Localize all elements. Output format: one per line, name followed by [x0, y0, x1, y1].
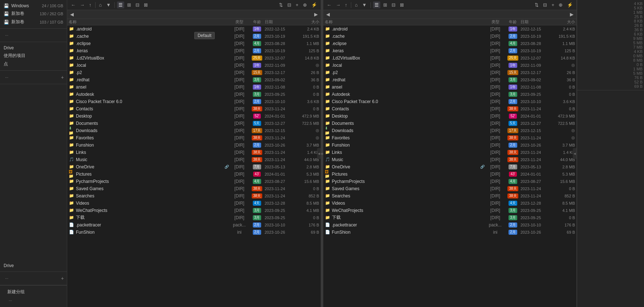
sidebar-used-items[interactable]: 使用的项目	[0, 52, 67, 60]
left-home-btn[interactable]: ⌂	[98, 1, 104, 8]
list-item[interactable]: 📁 Cisco Packet Tracer 6.0 [DIR] 2月 2023-…	[67, 98, 321, 105]
right-thumb-view-btn[interactable]: ⊠	[398, 1, 405, 8]
list-item[interactable]: 📁 PycharmProjects [DIR] 4月 2023-08-27 15…	[323, 178, 577, 185]
list-item[interactable]: 📁 Desktop [DIR] 52' 2024-01-01 472.9 MB	[323, 112, 577, 120]
list-item[interactable]: 📁 .redhat [DIR] 3月 2023-09-02 36 B	[323, 76, 577, 83]
list-item[interactable]: 📁 .Ld2VirtualBox [DIR] 25天 2023-12-07 14…	[67, 54, 321, 62]
sidebar-dot[interactable]: 点	[0, 60, 67, 68]
right-sort-btn[interactable]: ⇅	[533, 1, 540, 8]
list-item[interactable]: 📁 Autodesk [DIR] 3月 2023-09-25 0 B	[67, 91, 321, 98]
group-label-item[interactable]: 新建分组	[4, 288, 63, 296]
list-item[interactable]: ⬇📁 Downloads [DIR] 17天 2023-12-15 ◎	[67, 127, 321, 134]
right-copy-btn[interactable]: ⊕	[557, 1, 564, 8]
list-item[interactable]: 📁 .eclipse [DIR] 4月 2023-08-28 1.1 MB	[67, 40, 321, 47]
right-lightning-btn[interactable]: ⚡	[566, 1, 574, 8]
list-item[interactable]: 📁 下载 [DIR] 3月 2023-09-25 0 B	[323, 214, 577, 221]
list-item[interactable]: 📄 .packettracer pack... 2月 2023-10-10 17…	[67, 221, 321, 229]
drive-new2[interactable]: 💾 新加卷 103 / 107 GB	[0, 18, 67, 26]
list-item[interactable]: 📁 .eclipse [DIR] 4月 2023-08-28 1.1 MB	[323, 40, 577, 47]
list-item[interactable]: 📁 OneDrive 🔗 [DIR] 7月 2023-05-13 2.8 MB	[67, 163, 321, 171]
right-new-btn[interactable]: +	[550, 1, 556, 8]
right-home-btn[interactable]: ⌂	[353, 1, 359, 8]
list-item[interactable]: 📁 .cache [DIR] 2月 2023-10-19 191.5 KB	[323, 33, 577, 40]
right-panel-collapse[interactable]: ◀	[573, 148, 576, 159]
right-path-btn[interactable]: ▼	[361, 1, 368, 8]
right-grid-view-btn[interactable]: ⊟	[390, 1, 397, 8]
list-item[interactable]: 📁 .local [DIR] 1年 2022-11-09 ◎	[67, 62, 321, 69]
list-item[interactable]: 📁 Links [DIR] 38天 2023-11-24 1.4 KB	[323, 149, 577, 156]
three-dot-menu3[interactable]: ···	[3, 275, 11, 281]
list-item[interactable]: 📁 .keras [DIR] 2月 2023-10-19 125 B	[323, 47, 577, 54]
list-item[interactable]: 📁 ansel [DIR] 1年 2022-11-08 0 B	[323, 83, 577, 91]
list-item[interactable]: 📁 Desktop [DIR] 52' 2024-01-01 472.9 MB	[67, 112, 321, 120]
list-item[interactable]: 📁 .local [DIR] 1年 2022-11-09 ◎	[323, 62, 577, 69]
drive-new1[interactable]: 💾 新加卷 130 / 262 GB	[0, 9, 67, 18]
list-item[interactable]: 📁 Favorites [DIR] 38天 2023-11-24 ◎	[323, 134, 577, 142]
drive-windows[interactable]: 💾 Windows 24 / 106 GB	[0, 2, 67, 9]
list-item[interactable]: 🖼📁 Pictures [DIR] 43' 2024-01-01 5.3 MB	[67, 171, 321, 178]
list-item[interactable]: 📁 .keras [DIR] 2月 2023-10-19 125 B	[67, 47, 321, 54]
list-item[interactable]: 📁 Searches [DIR] 38天 2023-11-24 852 B	[67, 192, 321, 200]
list-item[interactable]: 📁 Saved Games [DIR] 38天 2023-11-24 0 B	[67, 185, 321, 192]
left-back-btn[interactable]: ←	[69, 1, 77, 8]
list-item[interactable]: 📄 FunShion ini 2月 2023-10-26 69 B	[67, 229, 321, 236]
sidebar-drive-footer[interactable]: Drive	[0, 262, 67, 269]
list-item[interactable]: 📁 OneDrive 🔗 [DIR] 7月 2023-05-13 2.8 MB	[323, 163, 577, 171]
left-sort-btn[interactable]: ⇅	[278, 1, 284, 8]
right-up-btn[interactable]: ↑	[344, 1, 349, 8]
list-item[interactable]: 🎵 Music [DIR] 38天 2023-11-24 44.0 MB	[323, 156, 577, 163]
list-item[interactable]: 📁 Cisco Packet Tracer 6.0 [DIR] 2月 2023-…	[323, 98, 577, 105]
left-new-btn[interactable]: +	[294, 1, 300, 8]
list-item[interactable]: 📁 .p2 [DIR] 15天 2023-12-17 26 B	[323, 69, 577, 76]
three-dot-menu1[interactable]: ···	[3, 32, 11, 38]
sidebar-drive[interactable]: Drive	[0, 44, 67, 52]
right-nav-next[interactable]: ▶	[568, 11, 575, 18]
list-item[interactable]: 📁 Videos [DIR] 4天 2023-12-28 8.5 MB	[67, 200, 321, 207]
list-item[interactable]: 🖼📁 Pictures [DIR] 43' 2024-01-01 5.3 MB	[323, 171, 577, 178]
list-item[interactable]: 📄 FunShion ini 2月 2023-10-26 69 B	[323, 229, 577, 236]
list-item[interactable]: 📁 Documents [DIR] 5天 2023-12-27 722.5 MB	[67, 120, 321, 127]
left-nav-next[interactable]: ▶	[313, 11, 319, 18]
list-item[interactable]: 📁 Contacts [DIR] 38天 2023-11-24 0 B	[67, 105, 321, 112]
three-dot-menu2[interactable]: ···	[3, 74, 11, 80]
list-item[interactable]: 📁 .Ld2VirtualBox [DIR] 25天 2023-12-07 14…	[323, 54, 577, 62]
left-nav-prev[interactable]: ◀	[69, 11, 75, 18]
list-item[interactable]: ⬇📁 Downloads [DIR] 17天 2023-12-15 ◎	[323, 127, 577, 134]
left-list-view-btn[interactable]: ☰	[117, 1, 124, 8]
list-item[interactable]: 📁 Documents [DIR] 5天 2023-12-27 722.5 MB	[323, 120, 577, 127]
list-item[interactable]: 📁 Funshion [DIR] 2月 2023-10-26 3.7 MB	[323, 142, 577, 149]
left-panel-collapse[interactable]: ◀	[317, 148, 321, 159]
right-forward-btn[interactable]: →	[335, 1, 342, 8]
left-lightning-btn[interactable]: ⚡	[310, 1, 319, 8]
list-item[interactable]: 📁 Searches [DIR] 38天 2023-11-24 852 B	[323, 192, 577, 200]
left-col-btn[interactable]: ⊟	[286, 1, 293, 8]
list-item[interactable]: 📁 Funshion [DIR] 2月 2023-10-26 3.7 MB	[67, 142, 321, 149]
list-item[interactable]: 📁 Links [DIR] 38天 2023-11-24 1.4 KB	[67, 149, 321, 156]
list-item[interactable]: 📁 .android [DIR] 1年 2022-12-15 2.4 KB	[323, 25, 577, 33]
left-forward-btn[interactable]: →	[78, 1, 86, 8]
list-item[interactable]: 🎵 Music [DIR] 38天 2023-11-24 44.0 MB	[67, 156, 321, 163]
list-item[interactable]: 📄 .packettracer pack... 2月 2023-10-10 17…	[323, 221, 577, 229]
list-item[interactable]: 📁 PycharmProjects [DIR] 4月 2023-08-27 15…	[67, 178, 321, 185]
left-up-btn[interactable]: ↑	[88, 1, 93, 8]
add-button2[interactable]: +	[61, 275, 64, 281]
left-thumb-view-btn[interactable]: ⊠	[142, 1, 149, 8]
list-item[interactable]: 📁 WeChatProjects [DIR] 3月 2023-09-25 4.1…	[323, 207, 577, 214]
list-item[interactable]: 📁 WeChatProjects [DIR] 3月 2023-09-25 4.1…	[67, 207, 321, 214]
right-nav-prev[interactable]: ◀	[325, 11, 331, 18]
list-item[interactable]: 📁 Videos [DIR] 4天 2023-12-28 8.5 MB	[323, 200, 577, 207]
list-item[interactable]: 📁 .android [DIR] 1年 2022-12-15 2.4 KB	[67, 25, 321, 33]
add-button[interactable]: +	[61, 74, 64, 80]
list-item[interactable]: 📁 Contacts [DIR] 38天 2023-11-24 0 B	[323, 105, 577, 112]
right-detail-view-btn[interactable]: ⊞	[382, 1, 389, 8]
list-item[interactable]: 📁 Favorites [DIR] 38天 2023-11-24 ◎	[67, 134, 321, 142]
right-back-btn[interactable]: ←	[325, 1, 333, 8]
three-dot-menu4[interactable]: ···	[7, 298, 14, 303]
right-list-view-btn[interactable]: ☰	[373, 1, 380, 8]
list-item[interactable]: 📁 下载 [DIR] 3月 2023-09-25 0 B	[67, 214, 321, 221]
list-item[interactable]: 📁 ansel [DIR] 1年 2022-11-08 0 B	[67, 83, 321, 91]
list-item[interactable]: 📁 Saved Games [DIR] 38天 2023-11-24 0 B	[323, 185, 577, 192]
list-item[interactable]: 📁 .redhat [DIR] 3月 2023-09-02 36 B	[67, 76, 321, 83]
left-copy-btn[interactable]: ⊕	[301, 1, 308, 8]
left-path-btn[interactable]: ▼	[105, 1, 112, 8]
